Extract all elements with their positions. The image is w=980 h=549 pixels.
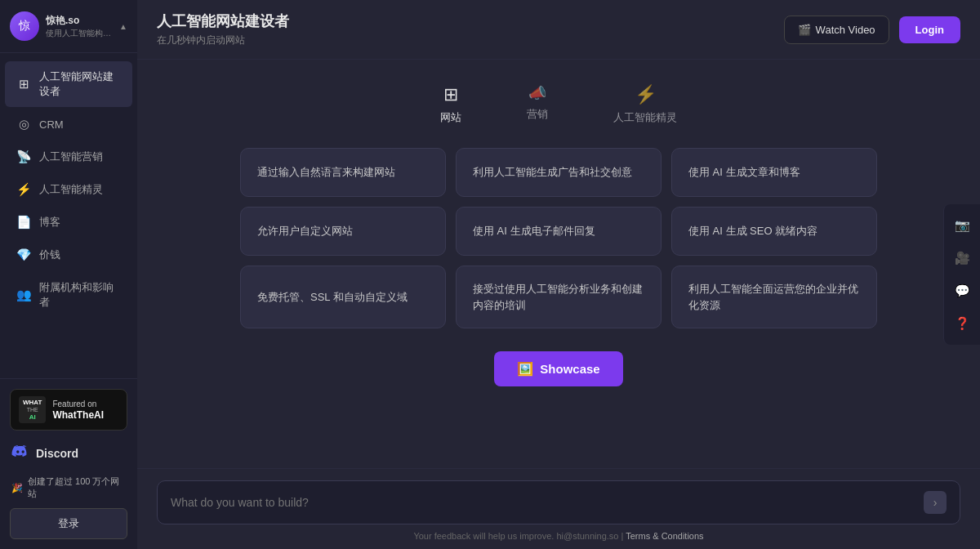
blog-icon: 📄 — [16, 215, 31, 230]
card-3-1: 使用 AI 生成文章和博客 — [671, 148, 877, 197]
chevron-down-icon: ▲ — [119, 22, 127, 31]
chat-footer: Your feedback will help us improve. hi@s… — [157, 531, 960, 541]
video-button[interactable]: 🎥 — [949, 245, 975, 271]
camera-button[interactable]: 📷 — [949, 212, 975, 239]
card-3-3: 利用人工智能全面运营您的企业并优化资源 — [671, 266, 877, 328]
chat-icon: 💬 — [955, 283, 970, 298]
main-content: 人工智能网站建设者 在几秒钟内启动网站 🎬 Watch Video Login … — [137, 0, 980, 549]
fire-icon: 🎉 — [11, 483, 23, 493]
terms-link[interactable]: Terms & Conditions — [626, 531, 703, 541]
help-icon: ❓ — [955, 316, 970, 331]
marketing-icon: 📡 — [16, 150, 31, 164]
card-1-1: 通过输入自然语言来构建网站 — [240, 148, 446, 197]
chat-input-wrapper: › — [157, 480, 960, 524]
tab-label: 人工智能精灵 — [613, 110, 677, 125]
sidebar-item-label: 人工智能营销 — [39, 150, 103, 164]
sidebar-item-crm[interactable]: ◎ CRM — [5, 109, 132, 140]
card-3-2: 使用 AI 生成 SEO 就绪内容 — [671, 207, 877, 256]
whattheai-logo: WHAT THE AI — [19, 396, 46, 423]
sidebar-item-ai-spirit[interactable]: ⚡ 人工智能精灵 — [5, 174, 132, 205]
grid-icon: ⊞ — [16, 77, 31, 92]
profile-subtitle: 使用人工智能构建网站 — [46, 28, 113, 39]
discord-label: Discord — [36, 447, 78, 460]
header-actions: 🎬 Watch Video Login — [784, 16, 960, 44]
affiliates-icon: 👥 — [16, 288, 31, 302]
sidebar-item-pricing[interactable]: 💎 价钱 — [5, 239, 132, 270]
sidebar-bottom: WHAT THE AI Featured on WhatTheAI Discor… — [0, 378, 137, 549]
spirit-icon: ⚡ — [16, 182, 31, 197]
sidebar-item-blog[interactable]: 📄 博客 — [5, 207, 132, 238]
cards-grid: 通过输入自然语言来构建网站 利用人工智能生成广告和社交创意 使用 AI 生成文章… — [240, 148, 877, 328]
discord-icon — [11, 444, 29, 462]
marketing-tab-icon: 📣 — [528, 84, 546, 102]
watch-video-button[interactable]: 🎬 Watch Video — [784, 16, 889, 44]
website-icon: ⊞ — [443, 84, 458, 105]
sidebar-item-label: 人工智能网站建设者 — [39, 69, 121, 99]
tab-website[interactable]: ⊞ 网站 — [440, 84, 461, 125]
sidebar-item-ai-marketing[interactable]: 📡 人工智能营销 — [5, 141, 132, 172]
card-2-3: 接受过使用人工智能分析业务和创建内容的培训 — [456, 266, 662, 328]
showcase-button[interactable]: 🖼️ Showcase — [494, 351, 622, 386]
video-icon: 🎥 — [955, 251, 970, 266]
help-button[interactable]: ❓ — [949, 310, 975, 337]
crm-icon: ◎ — [16, 117, 31, 132]
card-2-2: 使用 AI 生成电子邮件回复 — [456, 207, 662, 256]
camera-icon: 📷 — [955, 218, 970, 233]
page-subtitle: 在几秒钟内启动网站 — [157, 33, 289, 47]
discord-section: Discord — [10, 440, 127, 466]
page-title: 人工智能网站建设者 — [157, 11, 289, 31]
sites-created: 🎉 创建了超过 100 万个网站 — [10, 475, 127, 500]
chat-button[interactable]: 💬 — [949, 278, 975, 304]
sidebar-item-label: 价钱 — [39, 248, 60, 262]
send-button[interactable]: › — [924, 491, 947, 514]
tab-ai-spirit[interactable]: ⚡ 人工智能精灵 — [613, 84, 677, 125]
showcase-icon: 🖼️ — [517, 361, 533, 377]
profile-name: 惊艳.so — [46, 14, 113, 28]
pricing-icon: 💎 — [16, 248, 31, 262]
sidebar-item-label: CRM — [39, 118, 64, 131]
whattheai-text: Featured on WhatTheAI — [52, 399, 104, 421]
avatar: 惊 — [10, 11, 39, 41]
tab-label: 网站 — [440, 110, 461, 125]
whattheai-badge[interactable]: WHAT THE AI Featured on WhatTheAI — [10, 389, 127, 431]
tab-label: 营销 — [527, 107, 548, 122]
profile-section[interactable]: 惊 惊艳.so 使用人工智能构建网站 ▲ — [0, 0, 137, 53]
header-title-group: 人工智能网站建设者 在几秒钟内启动网站 — [157, 11, 289, 47]
card-2-1: 利用人工智能生成广告和社交创意 — [456, 148, 662, 197]
play-icon: 🎬 — [798, 24, 811, 36]
feature-tabs: ⊞ 网站 📣 营销 ⚡ 人工智能精灵 — [440, 84, 677, 125]
chat-input[interactable] — [171, 496, 924, 509]
chat-area: › Your feedback will help us improve. hi… — [137, 468, 980, 549]
sidebar-nav: ⊞ 人工智能网站建设者 ◎ CRM 📡 人工智能营销 ⚡ 人工智能精灵 📄 博客… — [0, 53, 137, 378]
spirit-tab-icon: ⚡ — [635, 84, 657, 105]
sidebar-login-button[interactable]: 登录 — [10, 508, 127, 539]
tab-marketing[interactable]: 📣 营销 — [527, 84, 548, 122]
right-tools: 📷 🎥 💬 ❓ — [943, 204, 980, 345]
sidebar-item-label: 博客 — [39, 215, 60, 230]
sidebar-item-label: 人工智能精灵 — [39, 182, 103, 197]
sidebar-item-label: 附属机构和影响者 — [39, 280, 121, 310]
sidebar: 惊 惊艳.so 使用人工智能构建网站 ▲ ⊞ 人工智能网站建设者 ◎ CRM 📡… — [0, 0, 137, 549]
card-1-3: 免费托管、SSL 和自动自定义域 — [240, 266, 446, 328]
sidebar-item-ai-builder[interactable]: ⊞ 人工智能网站建设者 — [5, 61, 132, 107]
login-button[interactable]: Login — [899, 16, 960, 43]
profile-info: 惊艳.so 使用人工智能构建网站 — [46, 14, 113, 39]
card-1-2: 允许用户自定义网站 — [240, 207, 446, 256]
sidebar-item-affiliates[interactable]: 👥 附属机构和影响者 — [5, 272, 132, 318]
main-header: 人工智能网站建设者 在几秒钟内启动网站 🎬 Watch Video Login — [137, 0, 980, 60]
